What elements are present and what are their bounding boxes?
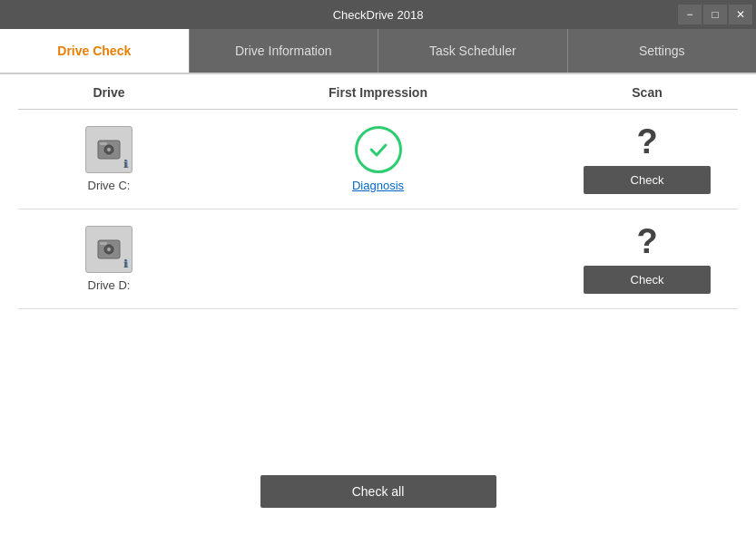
- diagnosis-link[interactable]: Diagnosis: [352, 179, 404, 192]
- drive-d-label: Drive D:: [88, 278, 131, 292]
- check-all-button[interactable]: Check all: [260, 475, 496, 508]
- tab-task-scheduler[interactable]: Task Scheduler: [378, 29, 568, 73]
- drive-d-scan-status: ?: [636, 224, 657, 258]
- svg-rect-7: [100, 242, 107, 245]
- footer: Check all: [18, 309, 738, 517]
- drive-c-scan: ? Check: [556, 124, 738, 194]
- tab-bar: Drive Check Drive Information Task Sched…: [0, 29, 756, 74]
- svg-rect-3: [100, 142, 107, 145]
- col-header-drive: Drive: [18, 85, 200, 100]
- main-content: Drive First Impression Scan ℹ Drive C:: [0, 74, 756, 535]
- drive-c-check-button[interactable]: Check: [584, 166, 711, 194]
- table-row: ℹ Drive D: ? Check: [18, 209, 738, 309]
- col-header-scan: Scan: [556, 85, 738, 100]
- tab-settings[interactable]: Settings: [568, 29, 757, 73]
- col-header-impression: First Impression: [200, 85, 556, 100]
- close-button[interactable]: ✕: [729, 5, 752, 24]
- drive-c-icon: ℹ: [85, 126, 133, 173]
- drive-d-scan: ? Check: [556, 224, 738, 294]
- table-row: ℹ Drive C: Diagnosis ? Check: [18, 110, 738, 209]
- app-title: CheckDrive 2018: [333, 8, 424, 22]
- tab-drive-check[interactable]: Drive Check: [0, 29, 190, 73]
- drive-d-icon: ℹ: [85, 226, 133, 273]
- title-bar: CheckDrive 2018 − □ ✕: [0, 0, 756, 29]
- drive-c-status-icon: [355, 126, 402, 173]
- svg-point-6: [107, 248, 111, 251]
- minimize-button[interactable]: −: [678, 5, 702, 24]
- drive-d-cell: ℹ Drive D:: [18, 226, 200, 292]
- drive-c-label: Drive C:: [88, 179, 131, 192]
- svg-point-2: [107, 148, 111, 151]
- drive-c-impression: Diagnosis: [200, 126, 556, 192]
- drive-c-cell: ℹ Drive C:: [18, 126, 200, 192]
- tab-drive-information[interactable]: Drive Information: [190, 29, 379, 73]
- table-header: Drive First Impression Scan: [18, 74, 738, 110]
- drive-d-check-button[interactable]: Check: [584, 266, 711, 294]
- window-controls: − □ ✕: [678, 0, 752, 29]
- drive-c-scan-status: ?: [636, 124, 657, 159]
- restore-button[interactable]: □: [703, 5, 727, 24]
